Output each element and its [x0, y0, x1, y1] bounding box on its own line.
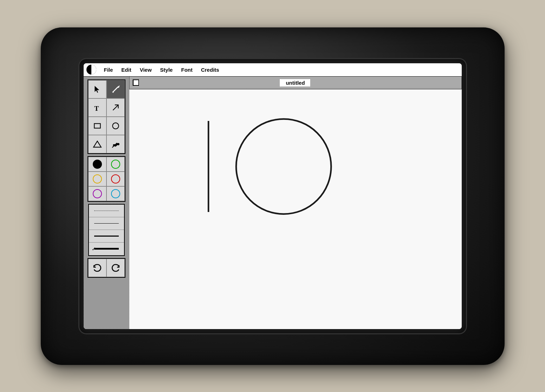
- undo-button[interactable]: [88, 259, 106, 277]
- menu-file[interactable]: File: [100, 65, 117, 74]
- svg-line-0: [112, 87, 118, 92]
- menu-style[interactable]: Style: [156, 65, 177, 74]
- circle-tool-button[interactable]: [106, 117, 125, 135]
- line-dotted-button[interactable]: [89, 205, 124, 217]
- menu-edit[interactable]: Edit: [117, 65, 135, 74]
- redo-button[interactable]: [106, 259, 125, 277]
- triangle-tool-button[interactable]: [88, 135, 106, 153]
- line-weight-group: [88, 204, 125, 256]
- color-yellow-outline[interactable]: [88, 172, 106, 186]
- canvas-circle: [236, 119, 331, 214]
- color-red-outline[interactable]: [106, 172, 125, 186]
- undo-redo-group: [87, 258, 125, 278]
- color-black-filled[interactable]: [88, 157, 106, 172]
- color-green-outline[interactable]: [106, 157, 125, 172]
- svg-text:T: T: [94, 104, 99, 112]
- svg-point-7: [117, 143, 119, 144]
- menu-credits[interactable]: Credits: [197, 65, 223, 74]
- line-thick-button[interactable]: [89, 243, 124, 255]
- text-tool-button[interactable]: T: [88, 98, 106, 117]
- line-thin-button[interactable]: [89, 217, 124, 230]
- select-tool-button[interactable]: [88, 80, 106, 98]
- monitor-outer: File Edit View Style Font Credits: [41, 27, 505, 365]
- color-cyan-outline[interactable]: [106, 186, 125, 201]
- window-close-box[interactable]: [133, 79, 139, 86]
- canvas-area: untitled: [129, 77, 462, 329]
- svg-point-5: [112, 123, 118, 129]
- window-title-bar: untitled: [129, 77, 462, 89]
- svg-rect-4: [94, 123, 100, 128]
- drawing-tools-group: T: [87, 79, 125, 154]
- main-content: T: [84, 77, 462, 329]
- app-logo[interactable]: [86, 65, 96, 75]
- menu-view[interactable]: View: [136, 65, 156, 74]
- pen-tool-button[interactable]: [106, 135, 125, 153]
- window-title: untitled: [280, 79, 310, 86]
- menu-bar: File Edit View Style Font Credits: [84, 63, 462, 77]
- svg-marker-6: [93, 141, 101, 147]
- color-purple-outline[interactable]: [88, 186, 106, 201]
- line-medium-button[interactable]: [89, 230, 124, 243]
- canvas-svg: [129, 89, 462, 329]
- color-swatches-group: [87, 156, 125, 202]
- pencil-tool-button[interactable]: [106, 80, 125, 98]
- svg-line-3: [113, 105, 118, 110]
- drawing-canvas[interactable]: [129, 89, 462, 329]
- arrow-tool-button[interactable]: [106, 98, 125, 117]
- screen: File Edit View Style Font Credits: [84, 63, 462, 329]
- toolbar: T: [84, 77, 129, 329]
- screen-bezel: File Edit View Style Font Credits: [79, 59, 466, 333]
- rectangle-tool-button[interactable]: [88, 117, 106, 135]
- menu-font[interactable]: Font: [177, 65, 196, 74]
